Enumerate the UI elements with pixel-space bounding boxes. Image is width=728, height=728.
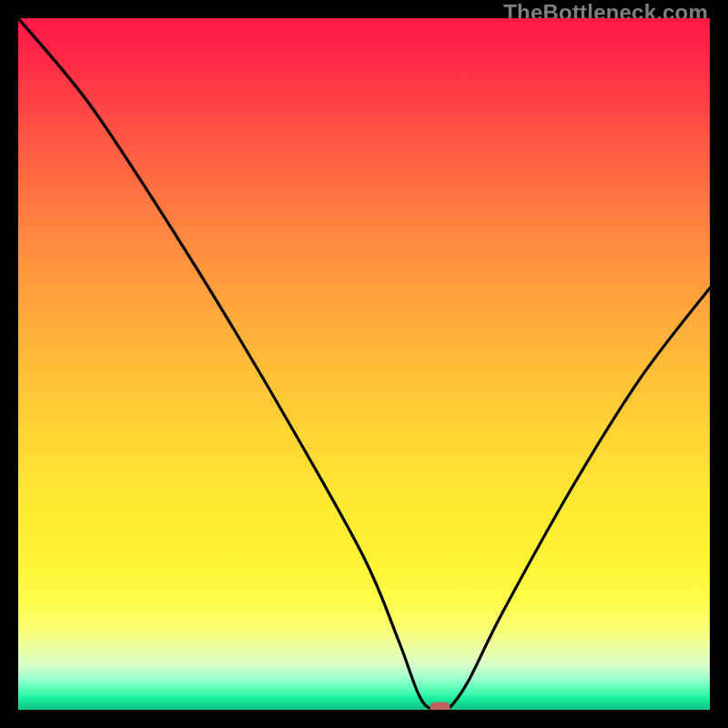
chart-container: TheBottleneck.com — [0, 0, 728, 728]
optimum-marker — [430, 703, 450, 711]
curve-layer — [18, 18, 710, 710]
bottleneck-curve — [18, 18, 710, 710]
plot-area — [18, 18, 710, 710]
